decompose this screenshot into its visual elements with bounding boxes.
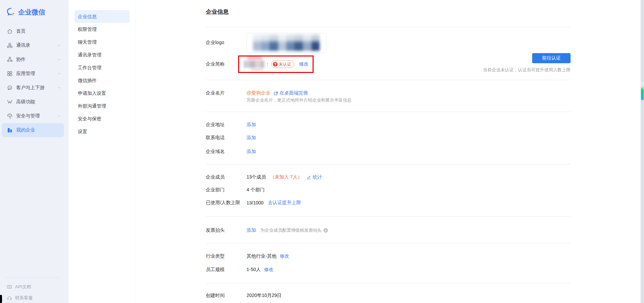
submenu-item-join-settings[interactable]: 申请加入设置	[74, 87, 130, 100]
colon-text: ：	[265, 61, 270, 67]
contact-phone-row: 联系电话 添加	[206, 135, 256, 141]
sidebar-item-advanced[interactable]: 高级功能	[2, 95, 64, 109]
sidebar-item-customers[interactable]: 客户与上下游	[2, 81, 64, 95]
redacted-company-logo	[253, 35, 320, 51]
secondary-sidebar: 企业信息 权限管理 聊天管理 通讯录管理 工作台管理 微信插件 申请加入设置 外…	[69, 0, 135, 303]
api-doc-icon: API	[7, 284, 12, 290]
modify-industry-link[interactable]: 修改	[280, 253, 289, 259]
sidebar-footer: API API文档 联系客服	[0, 277, 69, 303]
section-divider	[206, 243, 571, 243]
brand-name: 企业微信	[18, 8, 45, 17]
submenu-item-security-privacy[interactable]: 安全与保密	[74, 112, 130, 125]
headset-icon	[7, 295, 12, 301]
chevron-down-icon	[57, 114, 61, 118]
company-card-row: 企业名片 @爱狗企业 在桌面端完善	[206, 90, 308, 97]
created-time-row: 创建时间 2020年10月29日	[206, 292, 282, 299]
sidebar-item-security[interactable]: 安全与管理	[2, 109, 64, 123]
collaboration-icon	[7, 56, 13, 63]
submenu-item-chat-management[interactable]: 聊天管理	[74, 36, 130, 48]
org-chart-icon	[7, 42, 13, 48]
chevron-down-icon	[57, 58, 61, 62]
sidebar-item-home[interactable]: 首页	[2, 24, 64, 38]
industry-type-row: 行业类型 其他行业-其他 修改	[206, 253, 289, 260]
company-card-desc: 完善企业名片，更正式地对外介绍企业和展示丰富信息	[247, 97, 352, 103]
company-logo-row: 企业logo	[206, 39, 247, 46]
submenu-item-workbench[interactable]: 工作台管理	[74, 61, 130, 74]
primary-nav: 首页 通讯录 协作 应用管理	[0, 24, 69, 137]
sidebar-footer-label: 联系客服	[15, 295, 33, 301]
add-phone-link[interactable]: 添加	[247, 135, 256, 141]
departments-count: 4 个部门	[247, 187, 265, 193]
company-card-org-link[interactable]: @爱狗企业	[247, 90, 270, 96]
svg-text:API: API	[8, 286, 11, 288]
chevron-down-icon	[57, 72, 61, 76]
section-divider	[206, 27, 571, 27]
unverified-badge-label: 未认证	[279, 62, 291, 67]
primary-sidebar: 企业微信 首页 通讯录 协作	[0, 0, 69, 303]
company-shortname-row: 企业简称	[206, 61, 247, 68]
open-desktop-icon	[273, 91, 279, 96]
raise-limit-link[interactable]: 去认证提升上限	[268, 200, 301, 206]
row-label: 企业地址	[206, 122, 247, 128]
usage-limit-row: 已使用/人数上限 13/1000 去认证提升上限	[206, 199, 301, 206]
modify-shortname-link[interactable]: 修改	[299, 61, 309, 67]
sidebar-item-label: 首页	[16, 28, 26, 34]
row-label: 企业logo	[206, 40, 247, 46]
sidebar-footer-label: API文档	[15, 284, 31, 290]
complete-on-desktop-link[interactable]: 在桌面端完善	[280, 90, 308, 96]
company-address-row: 企业地址 添加	[206, 121, 256, 128]
row-label: 已使用/人数上限	[206, 200, 247, 206]
sidebar-item-label: 安全与管理	[16, 113, 40, 119]
staff-scale-row: 员工规模 1-50人 修改	[206, 266, 273, 273]
verify-note-text: 当前企业未认证，认证后可提升使用人数上限	[483, 67, 571, 73]
company-shortname-value: ： ? 未认证 修改	[244, 60, 309, 69]
row-label: 企业域名	[206, 149, 247, 155]
customer-chat-icon	[7, 85, 13, 91]
home-icon	[7, 28, 13, 34]
sidebar-item-label: 我的企业	[16, 127, 35, 133]
submenu-item-external-comm[interactable]: 外部沟通管理	[74, 100, 130, 112]
sidebar-item-collaboration[interactable]: 协作	[2, 52, 64, 67]
submenu-item-permissions[interactable]: 权限管理	[74, 23, 130, 36]
wecom-logo-icon	[6, 7, 16, 17]
row-label: 联系电话	[206, 135, 247, 141]
section-divider	[206, 283, 571, 283]
add-invoice-link[interactable]: 添加	[247, 227, 256, 233]
statistics-chart-icon	[306, 175, 311, 180]
submenu-item-wechat-plugin[interactable]: 微信插件	[74, 74, 130, 87]
invoice-desc: 为企业成员配置增值税发票抬头	[260, 227, 322, 233]
section-divider	[206, 164, 571, 164]
sidebar-item-apps[interactable]: 应用管理	[2, 67, 64, 81]
company-departments-row: 企业部门 4 个部门	[206, 187, 265, 193]
scrollbar-thumb[interactable]	[641, 81, 644, 100]
wecom-admin-app: 企业微信 首页 通讯录 协作	[0, 0, 644, 303]
submenu-item-contacts-management[interactable]: 通讯录管理	[74, 48, 130, 61]
sidebar-item-support[interactable]: 联系客服	[0, 292, 69, 303]
created-value: 2020年10月29日	[247, 293, 282, 299]
invoice-title-row: 发票抬头 添加 为企业成员配置增值税发票抬头 i	[206, 227, 328, 234]
submenu-item-settings[interactable]: 设置	[74, 125, 130, 138]
scale-value: 1-50人	[247, 267, 261, 273]
section-divider	[206, 112, 571, 112]
company-building-icon	[7, 127, 13, 133]
sidebar-item-my-company[interactable]: 我的企业	[2, 123, 64, 137]
company-logo-upload[interactable]	[247, 33, 326, 53]
add-domain-link[interactable]: 添加	[247, 149, 256, 155]
modify-scale-link[interactable]: 修改	[264, 267, 273, 273]
redacted-company-name	[244, 61, 264, 68]
sidebar-item-api-docs[interactable]: API API文档	[0, 281, 69, 292]
chevron-down-icon	[57, 43, 61, 47]
redaction-artifact	[251, 69, 263, 70]
add-address-link[interactable]: 添加	[247, 122, 256, 128]
row-label: 发票抬头	[206, 227, 247, 233]
go-verify-button[interactable]: 前往认证	[532, 53, 571, 63]
row-label: 员工规模	[206, 267, 247, 273]
row-label: 创建时间	[206, 293, 247, 299]
sidebar-item-contacts[interactable]: 通讯录	[2, 38, 64, 52]
scrollbar-track[interactable]	[641, 0, 644, 303]
statistics-link[interactable]: 统计	[313, 174, 322, 180]
section-divider	[206, 216, 571, 217]
question-circle-icon: ?	[273, 62, 278, 67]
info-icon: i	[323, 228, 328, 233]
submenu-item-company-info[interactable]: 企业信息	[74, 10, 130, 23]
